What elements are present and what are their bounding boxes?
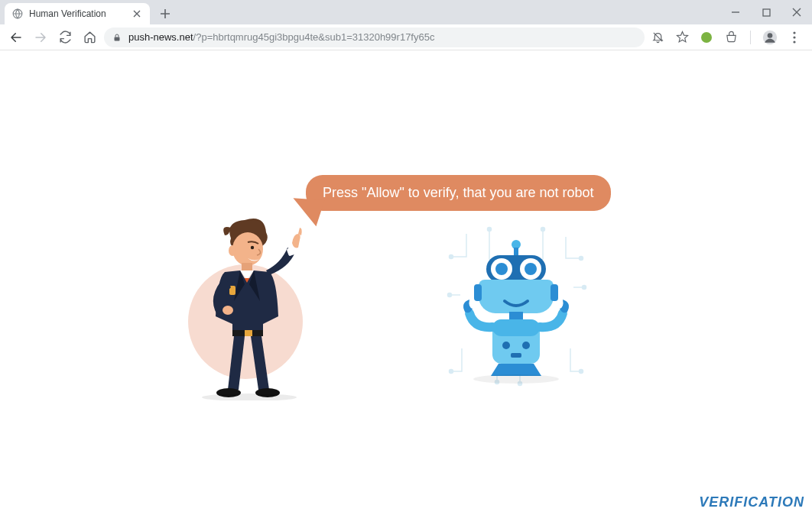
svg-rect-46: [511, 353, 521, 358]
browser-toolbar: push-news.net/?p=hbrtqmrug45gi3bpgu4te&s…: [0, 24, 812, 50]
notification-bell-icon[interactable]: [649, 29, 666, 46]
new-tab-button[interactable]: [154, 3, 176, 24]
svg-point-24: [541, 228, 545, 232]
browser-tab[interactable]: Human Verification: [5, 3, 150, 24]
man-illustration: [188, 217, 326, 400]
svg-point-47: [473, 374, 559, 384]
svg-rect-43: [492, 319, 540, 336]
lock-icon: [112, 32, 122, 43]
svg-point-29: [580, 370, 583, 374]
svg-rect-16: [245, 330, 252, 336]
svg-point-21: [202, 394, 297, 400]
page-content: Press "Allow" to verify, that you are no…: [0, 50, 812, 515]
profile-avatar-icon[interactable]: [762, 29, 778, 46]
url-text: push-news.net/?p=hbrtqmrug45gi3bpgu4te&s…: [128, 31, 637, 43]
svg-point-27: [448, 293, 452, 297]
svg-point-6: [793, 31, 795, 34]
svg-rect-1: [763, 9, 770, 16]
menu-dots-icon[interactable]: [786, 29, 803, 46]
speech-bubble: Press "Allow" to verify, that you are no…: [306, 175, 611, 211]
svg-point-10: [229, 245, 236, 256]
svg-point-26: [583, 286, 586, 290]
separator: [750, 31, 751, 44]
minimize-button[interactable]: [720, 0, 751, 24]
extension-icon[interactable]: [698, 29, 715, 46]
svg-point-8: [793, 40, 795, 43]
svg-point-17: [222, 306, 233, 315]
tab-bar: Human Verification: [0, 0, 812, 24]
close-window-button[interactable]: [781, 0, 812, 24]
svg-point-44: [502, 342, 510, 349]
svg-point-5: [768, 33, 773, 38]
speech-bubble-text: Press "Allow" to verify, that you are no…: [306, 175, 611, 211]
window-controls: [720, 0, 812, 24]
svg-rect-12: [242, 263, 252, 270]
svg-rect-39: [474, 284, 482, 301]
verification-label: VERIFICATION: [699, 494, 804, 510]
url-domain: push-news.net: [128, 31, 193, 43]
globe-icon: [12, 8, 23, 19]
svg-rect-41: [509, 312, 523, 319]
back-button[interactable]: [6, 28, 26, 47]
svg-point-23: [488, 228, 492, 232]
svg-point-3: [701, 32, 712, 43]
tab-title: Human Verification: [29, 8, 125, 19]
bookmark-star-icon[interactable]: [674, 29, 690, 46]
svg-point-36: [495, 263, 508, 275]
url-path: /?p=hbrtqmrug45gi3bpgu4te&sub1=31320h99r…: [193, 31, 435, 43]
svg-point-22: [450, 255, 453, 259]
svg-point-38: [525, 263, 537, 275]
extension-basket-icon[interactable]: [723, 29, 739, 46]
svg-rect-2: [115, 37, 120, 40]
svg-point-25: [580, 257, 583, 261]
svg-rect-40: [551, 284, 558, 301]
reload-button[interactable]: [55, 28, 75, 47]
svg-point-7: [793, 36, 795, 38]
robot-illustration: [443, 226, 589, 387]
svg-point-45: [522, 342, 530, 349]
toolbar-right-icons: [649, 29, 806, 46]
tab-close-icon[interactable]: [132, 8, 142, 19]
home-button[interactable]: [80, 28, 99, 47]
svg-point-28: [450, 370, 453, 374]
svg-point-11: [251, 246, 254, 249]
maximize-button[interactable]: [751, 0, 781, 24]
address-bar[interactable]: push-news.net/?p=hbrtqmrug45gi3bpgu4te&s…: [104, 28, 645, 47]
forward-button[interactable]: [31, 28, 50, 47]
